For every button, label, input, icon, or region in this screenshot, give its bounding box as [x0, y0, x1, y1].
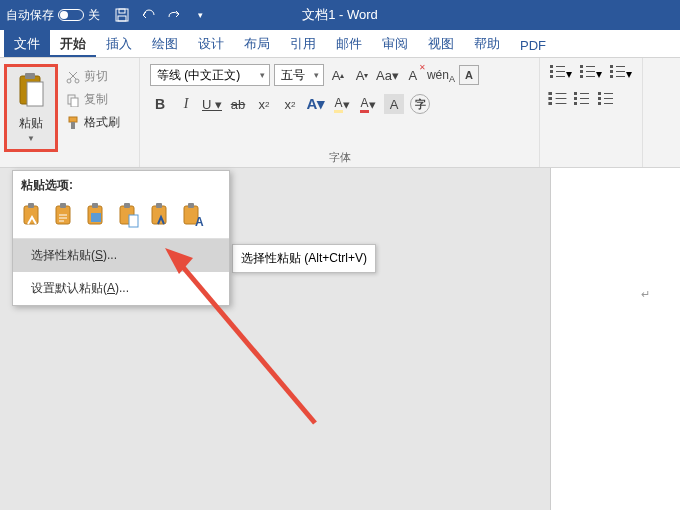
copy-icon [66, 93, 80, 107]
paste-picture-icon[interactable] [85, 202, 109, 230]
paste-options-header: 粘贴选项: [13, 171, 229, 198]
svg-rect-13 [28, 203, 34, 208]
svg-point-6 [67, 79, 71, 83]
paragraph-mark: ↵ [641, 288, 650, 301]
tab-file[interactable]: 文件 [4, 30, 50, 57]
align-center-button[interactable] [574, 91, 590, 108]
tab-draw[interactable]: 绘图 [142, 30, 188, 57]
enclose-char-button[interactable]: 字 [410, 94, 430, 114]
italic-button[interactable]: I [176, 94, 196, 114]
svg-rect-15 [60, 203, 66, 208]
highlight-button[interactable]: A▾ [332, 94, 352, 114]
bold-button[interactable]: B [150, 94, 170, 114]
svg-rect-23 [156, 203, 162, 208]
svg-rect-12 [24, 206, 38, 224]
autosave-state: 关 [88, 7, 100, 24]
brush-icon [66, 116, 80, 130]
format-painter-button[interactable]: 格式刷 [66, 114, 120, 131]
char-border-button[interactable]: A [459, 65, 479, 85]
align-left-button[interactable] [550, 91, 566, 108]
svg-point-7 [75, 79, 79, 83]
redo-icon[interactable] [166, 7, 182, 23]
svg-rect-18 [91, 213, 101, 222]
title-bar: 自动保存 关 ▾ 文档1 - Word [0, 0, 680, 30]
paste-dropdown: 粘贴选项: A 选择性粘贴(S)... 设置默认粘贴(A)... [12, 170, 230, 306]
svg-rect-25 [188, 203, 194, 208]
bullets-button[interactable]: ▾ [550, 64, 572, 81]
copy-button[interactable]: 复制 [66, 91, 120, 108]
strikethrough-button[interactable]: ab [228, 94, 248, 114]
clipboard-icon [16, 73, 46, 109]
svg-rect-9 [71, 98, 78, 107]
align-left-icon [548, 91, 567, 105]
format-painter-label: 格式刷 [84, 114, 120, 131]
undo-icon[interactable] [140, 7, 156, 23]
qat-more-icon[interactable]: ▾ [192, 7, 208, 23]
font-size-select[interactable]: 五号 [274, 64, 324, 86]
paste-button[interactable]: 粘贴 ▼ [4, 64, 58, 152]
svg-rect-10 [69, 117, 77, 122]
clear-format-button[interactable]: A✕ [403, 65, 423, 85]
font-group: 等线 (中文正文) 五号 A▴ A▾ Aa▾ A✕ wénA A B I U ▾… [140, 58, 540, 167]
text-effects-button[interactable]: A▾ [306, 94, 326, 114]
tab-help[interactable]: 帮助 [464, 30, 510, 57]
paragraph-group: ▾ ▾ ▾ [540, 58, 643, 167]
tab-design[interactable]: 设计 [188, 30, 234, 57]
svg-rect-21 [129, 215, 138, 227]
font-name-select[interactable]: 等线 (中文正文) [150, 64, 270, 86]
svg-rect-17 [92, 203, 98, 208]
paste-options-row: A [13, 198, 229, 238]
superscript-button[interactable]: x2 [280, 94, 300, 114]
font-color-button[interactable]: A▾ [358, 94, 378, 114]
copy-label: 复制 [84, 91, 108, 108]
subscript-button[interactable]: x2 [254, 94, 274, 114]
tab-references[interactable]: 引用 [280, 30, 326, 57]
tooltip: 选择性粘贴 (Alt+Ctrl+V) [232, 244, 376, 273]
quick-access-toolbar: ▾ [114, 7, 208, 23]
paste-keep-text-icon[interactable] [117, 202, 141, 230]
ribbon-tabs: 文件 开始 插入 绘图 设计 布局 引用 邮件 审阅 视图 帮助 PDF [0, 30, 680, 58]
svg-rect-1 [119, 9, 125, 13]
paste-merge-format-icon[interactable] [53, 202, 77, 230]
tab-home[interactable]: 开始 [50, 30, 96, 57]
document-canvas[interactable]: ↵ [550, 168, 680, 510]
document-title: 文档1 - Word [302, 6, 378, 24]
scissors-icon [66, 70, 80, 84]
clipboard-group: 粘贴 ▼ 剪切 复制 格式刷 [0, 58, 140, 167]
bullets-icon [550, 64, 566, 78]
svg-rect-4 [25, 73, 35, 79]
tab-mailings[interactable]: 邮件 [326, 30, 372, 57]
tab-layout[interactable]: 布局 [234, 30, 280, 57]
tab-pdf[interactable]: PDF [510, 33, 556, 57]
svg-text:A: A [195, 215, 204, 229]
svg-rect-2 [118, 16, 126, 21]
tab-review[interactable]: 审阅 [372, 30, 418, 57]
tab-insert[interactable]: 插入 [96, 30, 142, 57]
paste-link-icon[interactable] [149, 202, 173, 230]
toggle-icon [58, 9, 84, 21]
svg-rect-5 [27, 82, 43, 106]
grow-font-button[interactable]: A▴ [328, 65, 348, 85]
save-icon[interactable] [114, 7, 130, 23]
paste-special-item[interactable]: 选择性粘贴(S)... [13, 239, 229, 272]
cut-button[interactable]: 剪切 [66, 68, 120, 85]
set-default-paste-item[interactable]: 设置默认粘贴(A)... [13, 272, 229, 305]
change-case-button[interactable]: Aa▾ [376, 65, 399, 85]
multilevel-button[interactable]: ▾ [610, 64, 632, 81]
svg-rect-20 [124, 203, 130, 208]
ribbon: 粘贴 ▼ 剪切 复制 格式刷 等线 (中文正文) 五号 A▴ A▾ Aa▾ [0, 58, 680, 168]
svg-rect-11 [71, 122, 75, 129]
paste-keep-source-icon[interactable] [21, 202, 45, 230]
paste-text-only-icon[interactable]: A [181, 202, 205, 230]
align-right-button[interactable] [598, 91, 614, 108]
autosave-toggle[interactable]: 自动保存 关 [6, 7, 100, 24]
tab-view[interactable]: 视图 [418, 30, 464, 57]
phonetic-guide-button[interactable]: wénA [427, 65, 455, 85]
numbering-button[interactable]: ▾ [580, 64, 602, 81]
cut-label: 剪切 [84, 68, 108, 85]
char-shading-button[interactable]: A [384, 94, 404, 114]
align-right-icon [598, 91, 614, 105]
underline-button[interactable]: U ▾ [202, 94, 222, 114]
shrink-font-button[interactable]: A▾ [352, 65, 372, 85]
align-center-icon [574, 91, 590, 105]
